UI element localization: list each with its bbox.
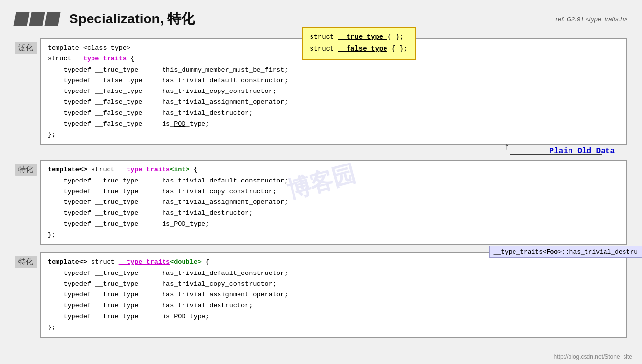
header-icon [15, 12, 59, 26]
pod-label: Plain Old Data [548, 145, 617, 158]
yellow-box: struct __true_type { }; struct __false_t… [302, 27, 416, 60]
pod-line [510, 153, 607, 156]
ref-text: ref. G2.91 <type_traits.h> [556, 16, 627, 23]
code-line: typedef __true_type has_trivial_default_… [48, 268, 620, 279]
code-line: typedef __true_type has_trivial_assignme… [48, 197, 620, 208]
section-int: 特化 template<> struct __type_traits<int> … [15, 160, 627, 245]
page-title: Specialization, 特化 [69, 10, 195, 28]
code-line: typedef __false_type has_trivial_assignm… [48, 97, 620, 108]
code-line: typedef __true_type has_trivial_destruct… [48, 208, 620, 218]
code-line: template<> struct __type_traits<int> { [48, 164, 620, 175]
code-line: typedef __false_type has_trivial_copy_co… [48, 86, 620, 97]
code-line: typedef __true_type is_POD_type; [48, 219, 620, 230]
code-line: typedef __false_type has_trivial_destruc… [48, 108, 620, 119]
code-line: typedef __true_type has_trivial_copy_con… [48, 279, 620, 290]
section-label-double: 特化 [15, 256, 37, 268]
footer-url: http://blog.csdn.net/Stone_site [554, 353, 632, 360]
pod-arrow: ↑ [504, 139, 510, 155]
yellow-line1: struct __true_type { }; [310, 32, 408, 43]
code-line: typedef __true_type this_dummy_member_mu… [48, 65, 620, 75]
yellow-line2: struct __false_type { }; [310, 43, 408, 55]
code-line: }; [48, 322, 620, 333]
header: Specialization, 特化 ref. G2.91 <type_trai… [15, 10, 627, 28]
callout-text: __type_traits<Foo>::has_trivial_destru [494, 248, 638, 255]
code-box-int: template<> struct __type_traits<int> { t… [40, 160, 627, 245]
section-label-generalize: 泛化 [15, 42, 37, 54]
code-line: template<> struct __type_traits<double> … [48, 257, 620, 268]
code-line: typedef __true_type has_trivial_copy_con… [48, 186, 620, 197]
code-line: typedef __true_type is_POD_type; [48, 311, 620, 322]
section-double: 特化 template<> struct __type_traits<doubl… [15, 252, 627, 338]
code-line: typedef __true_type has_trivial_destruct… [48, 300, 620, 311]
code-box-double: template<> struct __type_traits<double> … [40, 252, 627, 338]
code-line: typedef __true_type has_trivial_assignme… [48, 290, 620, 300]
code-line: typedef __false_type is_POD_type; [48, 119, 620, 129]
code-line: typedef __false_type has_trivial_default… [48, 75, 620, 86]
code-line: typedef __true_type has_trivial_default_… [48, 176, 620, 186]
code-line: }; [48, 230, 620, 240]
callout-box: __type_traits<Foo>::has_trivial_destru [489, 246, 642, 258]
section-label-int: 特化 [15, 164, 37, 176]
page: Specialization, 特化 ref. G2.91 <type_trai… [0, 0, 642, 364]
code-line: }; [48, 129, 620, 140]
